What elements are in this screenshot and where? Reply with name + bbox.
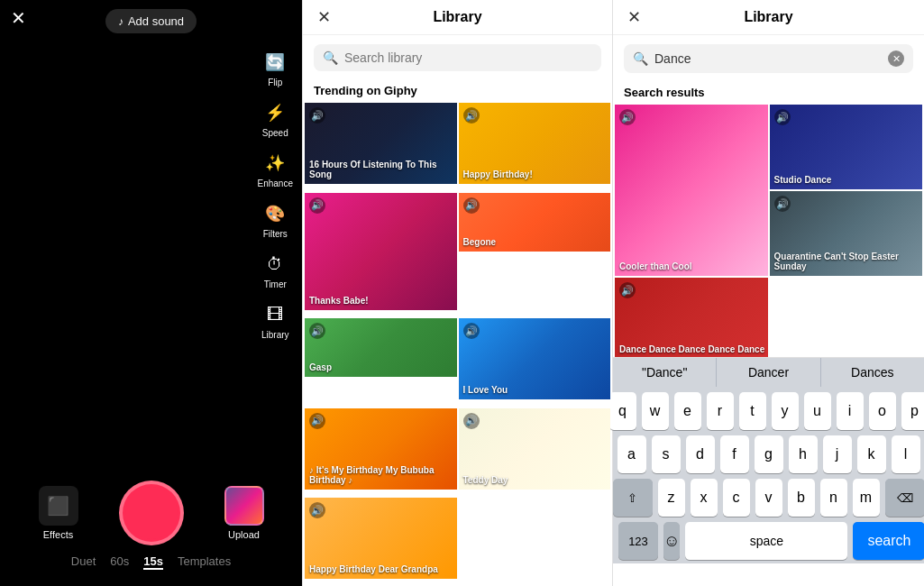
key-m[interactable]: m: [853, 479, 880, 517]
library-right-search-bar[interactable]: 🔍 ✕: [624, 44, 913, 73]
key-j[interactable]: j: [823, 435, 852, 473]
gif-item-7[interactable]: 🔊 ♪ It's My Birthday My Bububa Birthday …: [305, 408, 457, 490]
library-right-search-input[interactable]: [654, 51, 882, 66]
suggestion-dancer[interactable]: Dancer: [717, 358, 820, 387]
effects-icon: ⬛: [39, 486, 78, 526]
key-x[interactable]: x: [691, 479, 718, 517]
add-sound-button[interactable]: ♪ Add sound: [105, 9, 197, 33]
gif-label-5: Gasp: [309, 362, 332, 372]
key-z[interactable]: z: [658, 479, 685, 517]
sound-icon-1: 🔊: [309, 107, 325, 124]
key-shift[interactable]: ⇧: [613, 479, 653, 517]
key-h[interactable]: h: [789, 435, 818, 473]
gif-item-2[interactable]: 🔊 Happy Birthday!: [459, 103, 611, 184]
gif-item-8[interactable]: 🔊 Teddy Day: [459, 408, 611, 490]
gif-item-3[interactable]: 🔊 Thanks Babe!: [305, 193, 457, 310]
suggestion-dances[interactable]: Dances: [821, 358, 924, 387]
key-e[interactable]: e: [674, 392, 701, 430]
search-clear-button[interactable]: ✕: [888, 50, 904, 67]
sound-icon-9: 🔊: [309, 502, 325, 518]
gif-label-9: Happy Birthday Dear Grandpa: [309, 564, 438, 574]
camera-close-button[interactable]: ✕: [11, 9, 26, 27]
result-label-3: Quarantine Can't Stop Easter Sunday: [774, 252, 923, 271]
library-panel-right: ✕ Library 🔍 ✕ Search results 🔊 Cooler th…: [613, 0, 924, 586]
speed-label: Speed: [262, 128, 288, 138]
gif-label-7: ♪ It's My Birthday My Bububa Birthday ♪: [309, 465, 457, 485]
library-left-title: Library: [433, 9, 481, 25]
speed-tool[interactable]: ⚡ Speed: [262, 100, 288, 138]
key-delete[interactable]: ⌫: [885, 479, 925, 517]
key-k[interactable]: k: [857, 435, 886, 473]
library-left-search-bar[interactable]: 🔍: [314, 44, 601, 71]
key-s[interactable]: s: [652, 435, 681, 473]
library-tool-label: Library: [261, 330, 289, 340]
key-q[interactable]: q: [609, 392, 636, 430]
key-p[interactable]: p: [901, 392, 925, 430]
key-l[interactable]: l: [892, 435, 920, 473]
key-g[interactable]: g: [755, 435, 783, 473]
gif-item-1[interactable]: 🔊 16 Hours Of Listening To This Song: [305, 103, 457, 184]
results-grid: 🔊 Cooler than Cool 🔊 Studio Dance 🔊 Quar…: [613, 105, 924, 357]
keyboard-suggestions: "Dance" Dancer Dances: [613, 357, 924, 387]
gif-label-1: 16 Hours Of Listening To This Song: [309, 160, 457, 179]
sound-icon-r4: 🔊: [619, 282, 636, 298]
sound-icon-8: 🔊: [463, 413, 480, 429]
gif-item-6[interactable]: 🔊 I Love You: [459, 318, 611, 399]
key-n[interactable]: n: [820, 479, 847, 517]
keyboard-bottom-row: 123 ☺ space search 🎤: [616, 522, 921, 560]
filters-tool[interactable]: 🎨 Filters: [262, 201, 288, 239]
library-left-header: ✕ Library: [303, 0, 612, 35]
speed-icon: ⚡: [262, 100, 288, 125]
upload-thumbnail: [224, 486, 264, 526]
result-item-3[interactable]: 🔊 Quarantine Can't Stop Easter Sunday: [770, 191, 923, 276]
key-d[interactable]: d: [686, 435, 715, 473]
flip-tool[interactable]: 🔄 Flip: [262, 50, 288, 87]
record-button[interactable]: [119, 481, 184, 545]
gif-item-4[interactable]: 🔊 Begone: [459, 193, 611, 252]
library-right-close-button[interactable]: ✕: [627, 7, 641, 27]
key-y[interactable]: y: [772, 392, 799, 430]
tab-60s[interactable]: 60s: [110, 554, 129, 570]
key-i[interactable]: i: [837, 392, 864, 430]
result-item-1[interactable]: 🔊 Cooler than Cool: [615, 105, 768, 276]
timer-tool[interactable]: ⏱ Timer: [262, 252, 288, 289]
effects-label: Effects: [43, 529, 73, 540]
suggestion-dance-quoted[interactable]: "Dance": [613, 358, 717, 387]
effects-button[interactable]: ⬛ Effects: [39, 486, 78, 540]
key-f[interactable]: f: [720, 435, 749, 473]
camera-top-bar: ✕ ♪ Add sound: [0, 0, 302, 42]
key-space[interactable]: space: [685, 522, 847, 560]
result-label-2: Studio Dance: [774, 175, 832, 185]
enhance-tool[interactable]: ✨ Enhance: [258, 151, 293, 188]
trending-section-title: Trending on Giphy: [303, 80, 612, 103]
gif-label-8: Teddy Day: [463, 475, 508, 485]
camera-panel: ✕ ♪ Add sound 🔄 Flip ⚡ Speed ✨ Enhance 🎨…: [0, 0, 302, 586]
gif-item-5[interactable]: 🔊 Gasp: [305, 318, 457, 377]
key-r[interactable]: r: [707, 392, 734, 430]
tab-15s[interactable]: 15s: [143, 554, 163, 570]
key-t[interactable]: t: [739, 392, 766, 430]
tab-templates[interactable]: Templates: [178, 554, 231, 570]
result-item-2[interactable]: 🔊 Studio Dance: [770, 105, 923, 189]
key-search[interactable]: search: [853, 522, 924, 560]
upload-label: Upload: [228, 529, 260, 540]
keyboard-area: q w e r t y u i o p a s d f g h j k l ⇧ …: [613, 387, 924, 563]
library-left-close-button[interactable]: ✕: [317, 7, 331, 27]
key-w[interactable]: w: [642, 392, 669, 430]
tab-duet[interactable]: Duet: [71, 554, 96, 570]
library-left-search-input[interactable]: [344, 50, 592, 65]
key-numbers[interactable]: 123: [618, 522, 658, 560]
library-tool[interactable]: 🎞 Library: [261, 302, 289, 340]
sound-icon-3: 🔊: [309, 197, 325, 214]
key-c[interactable]: c: [723, 479, 750, 517]
key-o[interactable]: o: [869, 392, 896, 430]
gif-item-9[interactable]: 🔊 Happy Birthday Dear Grandpa: [305, 498, 457, 579]
key-b[interactable]: b: [788, 479, 815, 517]
key-v[interactable]: v: [755, 479, 782, 517]
key-a[interactable]: a: [618, 435, 646, 473]
gif-label-2: Happy Birthday!: [463, 169, 533, 179]
upload-button[interactable]: Upload: [224, 486, 264, 540]
result-item-4[interactable]: 🔊 Dance Dance Dance Dance Dance: [615, 278, 768, 357]
key-emoji[interactable]: ☺: [663, 522, 680, 560]
key-u[interactable]: u: [804, 392, 831, 430]
